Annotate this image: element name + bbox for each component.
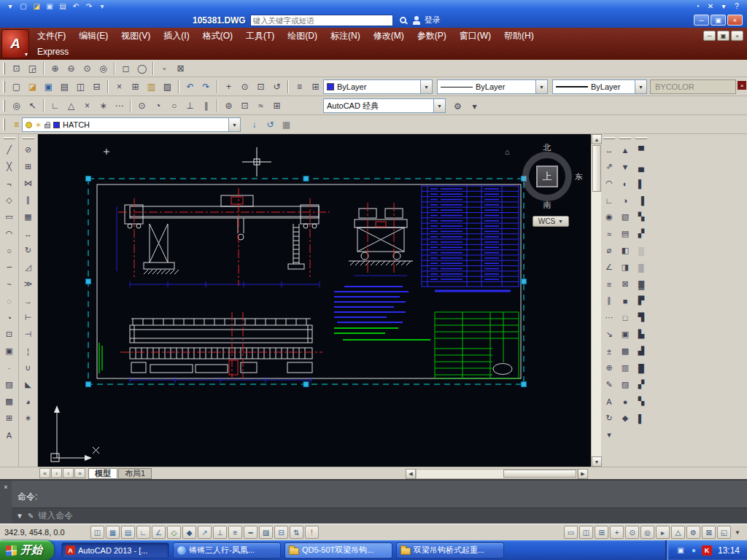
menu-insert[interactable]: 插入(I) (157, 28, 196, 44)
world-ucs-icon[interactable]: ▄ (634, 159, 649, 174)
fillet-icon[interactable]: ◕ (20, 394, 36, 409)
offset-icon[interactable]: ∥ (20, 192, 36, 208)
exchange-apps-icon[interactable]: ✕ (705, 1, 716, 12)
layer-previous-icon[interactable]: ↺ (263, 117, 278, 132)
toolbar-handle[interactable] (23, 137, 34, 139)
explode-icon[interactable]: ∗ (20, 411, 36, 426)
layer-dropdown-icon[interactable]: ▼ (228, 118, 240, 131)
player-icon[interactable]: K (702, 545, 712, 556)
pan-status-icon[interactable]: + (610, 526, 624, 539)
layer-control[interactable]: ☀ HATCH ▼ (22, 117, 241, 132)
arc-icon[interactable]: ◠ (1, 226, 17, 241)
edit-polyline-icon[interactable]: ▤ (618, 226, 633, 241)
zoom-center-icon[interactable]: ◎ (96, 61, 111, 76)
rotate-icon[interactable]: ↻ (20, 243, 36, 258)
first-tab-button[interactable]: « (39, 468, 50, 478)
new-icon[interactable]: ▢ (9, 79, 24, 94)
extend-icon[interactable]: ⊣ (20, 327, 36, 342)
snap-tangent-icon[interactable]: ○ (166, 98, 182, 113)
dynamic-input-icon[interactable]: ≡ (228, 526, 242, 539)
edit-array-icon[interactable]: ◨ (618, 260, 633, 275)
hatch-icon[interactable]: ▨ (1, 377, 17, 392)
object-snap-3d-icon[interactable]: ◆ (182, 526, 196, 539)
menu-file[interactable]: 文件(F) (31, 28, 72, 44)
layer-make-current-icon[interactable]: ↓ (247, 117, 262, 132)
zoom-extents-icon[interactable]: ◯ (134, 61, 150, 76)
messenger-icon[interactable]: ● (689, 545, 699, 556)
autodesk360-icon[interactable]: ◔ (692, 1, 703, 12)
camera-icon[interactable]: ▞ (634, 377, 649, 392)
subtract-icon[interactable]: ◆ (618, 411, 633, 426)
home-icon[interactable]: ⌂ (505, 147, 510, 156)
quick-properties-icon[interactable]: ⊟ (274, 526, 288, 539)
walk-icon[interactable]: ▚ (634, 394, 649, 409)
make-block-icon[interactable]: ▣ (1, 343, 17, 359)
dim-jogged-icon[interactable]: ≈ (602, 226, 617, 241)
command-close-icon[interactable]: × (4, 483, 7, 491)
snap-quadrant-icon[interactable]: ◔ (150, 98, 166, 113)
snap-midpoint-icon[interactable]: △ (63, 98, 79, 113)
move-icon[interactable]: ↔ (20, 226, 36, 241)
zoom-window-tool-icon[interactable]: ⊡ (9, 61, 24, 76)
redo-icon[interactable]: ↷ (198, 79, 214, 94)
align-icon[interactable]: ▥ (618, 360, 633, 376)
toolbar-handle[interactable] (3, 119, 5, 131)
erase-icon[interactable]: ⊘ (20, 142, 36, 158)
qat-new-icon[interactable]: ▢ (18, 1, 29, 12)
align-3d-icon[interactable]: ▨ (618, 377, 633, 392)
coordinates-display[interactable]: 342.9, 454.8, 0.0 (4, 528, 89, 537)
ellipse-icon[interactable]: ◌ (1, 293, 17, 308)
menu-tools[interactable]: 工具(T) (239, 28, 281, 44)
snap-perpendicular-icon[interactable]: ⊥ (182, 98, 198, 113)
paste-icon[interactable]: ▥ (144, 79, 159, 94)
doc-close-button[interactable]: × (731, 31, 743, 41)
show-motion-icon[interactable]: ▸ (656, 526, 670, 539)
snap-extension-icon[interactable]: ⋯ (112, 98, 127, 113)
horizontal-scrollbar[interactable]: ◀ ▶ (406, 468, 588, 479)
layer-states-icon[interactable]: ▦ (279, 117, 294, 132)
qat-dropdown-icon[interactable]: ▾ (96, 1, 108, 12)
task-folder-qd[interactable]: QD5-50T双梁吊钩... (285, 542, 392, 559)
dim-radius-icon[interactable]: ◉ (602, 209, 617, 225)
horizontal-scroll-track[interactable] (416, 469, 578, 479)
workspace-control[interactable]: AutoCAD 经典 ▼ (323, 98, 446, 113)
doc-minimize-button[interactable]: ─ (703, 31, 716, 41)
last-tab-button[interactable]: » (74, 468, 85, 478)
color-control[interactable]: ByLayer ▼ (323, 79, 433, 94)
gradient-icon[interactable]: ▩ (1, 394, 17, 409)
compass-south-label[interactable]: 南 (543, 200, 551, 211)
scroll-up-button[interactable]: ▲ (592, 134, 602, 144)
zoom-window-icon[interactable]: ⊡ (253, 79, 268, 94)
title-block[interactable] (435, 312, 519, 378)
menu-dimension[interactable]: 标注(N) (324, 28, 367, 44)
tab-model[interactable]: 模型 (88, 468, 117, 479)
command-input[interactable]: ▼ ✎ 键入命令 (12, 508, 747, 524)
table-icon[interactable]: ⊞ (1, 411, 17, 426)
qat-save-icon[interactable]: ▣ (44, 1, 55, 12)
taskbar-clock[interactable]: 13:14 (718, 545, 740, 556)
menu-modify[interactable]: 修改(M) (367, 28, 411, 44)
dim-baseline-icon[interactable]: ∥ (602, 293, 617, 308)
zoom-object-icon[interactable]: ⊠ (173, 61, 188, 76)
search-input[interactable] (253, 16, 390, 25)
designcenter-icon[interactable]: ⊞ (308, 79, 323, 94)
scroll-down-button[interactable]: ▼ (592, 456, 602, 467)
snap-from-icon[interactable]: ↖ (25, 98, 40, 113)
copy-nested-icon[interactable]: □ (618, 310, 633, 325)
surface-edit-icon[interactable]: ▣ (618, 327, 633, 342)
pan-icon[interactable]: + (221, 79, 236, 94)
rectangle-icon[interactable]: ▭ (1, 209, 17, 225)
selection-cycling-icon[interactable]: ⇅ (290, 526, 303, 539)
dim-continue-icon[interactable]: ⋯ (602, 310, 617, 325)
menu-edit[interactable]: 编辑(E) (72, 28, 115, 44)
x-rotate-ucs-icon[interactable]: ▓ (634, 276, 649, 292)
menu-parametric[interactable]: 参数(P) (411, 28, 453, 44)
snap-endpoint-icon[interactable]: ∟ (47, 98, 63, 113)
menu-format[interactable]: 格式(O) (196, 28, 239, 44)
scroll-right-button[interactable]: ▶ (578, 469, 588, 479)
z-axis-ucs-icon[interactable]: ░ (634, 243, 649, 258)
connect-dropdown-icon[interactable]: ▾ (718, 1, 729, 12)
zoom-out-icon[interactable]: ⊖ (63, 61, 79, 76)
edit-spline-icon[interactable]: ◧ (618, 243, 633, 258)
toolbar-handle[interactable] (635, 137, 647, 139)
